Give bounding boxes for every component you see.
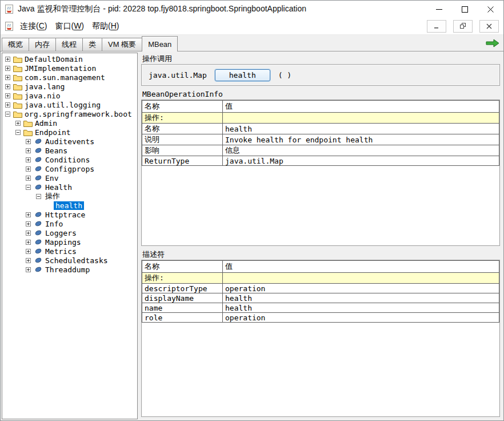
close-button[interactable]: [478, 1, 503, 18]
value-cell[interactable]: 信息: [223, 145, 499, 156]
mbean-tree-panel[interactable]: DefaultDomain JMImplementation com.sun.m…: [2, 53, 138, 419]
tree-expander-icon[interactable]: [23, 267, 33, 272]
tree-item-label[interactable]: Mappings: [43, 238, 83, 247]
tree-expander-icon[interactable]: [2, 112, 13, 117]
tree-item-label[interactable]: java.util.logging: [23, 101, 102, 109]
tree-expander-icon[interactable]: [23, 231, 33, 236]
tree-expander-icon[interactable]: [33, 194, 43, 199]
tree-item[interactable]: Info: [2, 219, 137, 228]
column-header-0[interactable]: 名称: [142, 101, 223, 113]
tree-expander-icon[interactable]: [23, 221, 33, 227]
value-cell[interactable]: health: [223, 293, 499, 303]
tree-expander-icon[interactable]: [23, 166, 33, 172]
tree-item-label[interactable]: Auditevents: [43, 137, 96, 146]
tab-mbeans[interactable]: MBean: [142, 36, 178, 51]
table-row[interactable]: 说明Invoke health for endpoint health: [142, 134, 499, 145]
column-header-1[interactable]: 值: [223, 101, 499, 113]
name-cell[interactable]: ReturnType: [142, 156, 223, 166]
tab-memory[interactable]: 内存: [29, 38, 56, 51]
table-row[interactable]: roleoperation: [142, 313, 499, 323]
name-cell[interactable]: 说明: [142, 134, 223, 145]
tree-expander-icon[interactable]: [23, 258, 33, 263]
tab-classes[interactable]: 类: [82, 38, 102, 51]
category-row[interactable]: 操作:: [142, 273, 499, 284]
name-cell[interactable]: 操作:: [142, 113, 223, 124]
tab-vm-summary[interactable]: VM 概要: [102, 38, 142, 51]
tree-item-label[interactable]: JMImplementation: [23, 64, 98, 73]
table-row[interactable]: namehealth: [142, 303, 499, 313]
tree-item-label[interactable]: Health: [43, 183, 74, 192]
tree-item[interactable]: Admin: [2, 118, 137, 128]
menu-connection[interactable]: 连接(C): [16, 19, 51, 33]
tree-item-label[interactable]: Env: [43, 174, 60, 182]
menu-window[interactable]: 窗口(W): [51, 19, 88, 33]
column-header-1[interactable]: 值: [223, 261, 499, 273]
tree-expander-icon[interactable]: [23, 148, 33, 153]
tree-expander-icon[interactable]: [2, 84, 13, 89]
table-row[interactable]: 影响信息: [142, 145, 499, 156]
tree-expander-icon[interactable]: [23, 185, 33, 190]
tree-item[interactable]: Conditions: [2, 155, 137, 164]
tree-item-label[interactable]: 操作: [43, 191, 62, 201]
tree-item-label[interactable]: DefaultDomain: [23, 55, 85, 63]
tree-item-label[interactable]: health: [54, 201, 84, 210]
tree-expander-icon[interactable]: [23, 212, 33, 217]
tree-item-label[interactable]: java.lang: [23, 82, 66, 91]
tree-item-label[interactable]: Configprops: [43, 165, 96, 173]
tree-item-label[interactable]: Threaddump: [43, 265, 91, 274]
tree-expander-icon[interactable]: [2, 93, 13, 98]
tree-item[interactable]: Metrics: [2, 247, 137, 256]
tree-item[interactable]: Health: [2, 182, 137, 192]
tree-item[interactable]: Configprops: [2, 164, 137, 173]
tree-item-label[interactable]: Metrics: [43, 247, 78, 256]
name-cell[interactable]: name: [142, 303, 223, 313]
tree-item-label[interactable]: java.nio: [23, 92, 62, 100]
tree-expander-icon[interactable]: [23, 139, 33, 144]
value-cell[interactable]: [223, 273, 499, 284]
invoke-health-button[interactable]: health: [215, 69, 270, 81]
tree-item[interactable]: Threaddump: [2, 265, 137, 274]
tree-item-label[interactable]: com.sun.management: [23, 73, 107, 82]
tab-overview[interactable]: 概览: [2, 38, 29, 51]
tree-item[interactable]: Env: [2, 173, 137, 182]
value-cell[interactable]: health: [223, 303, 499, 313]
tree-expander-icon[interactable]: [23, 249, 33, 254]
value-cell[interactable]: java.util.Map: [223, 156, 499, 166]
value-cell[interactable]: operation: [223, 284, 499, 293]
name-cell[interactable]: 操作:: [142, 273, 223, 284]
tree-expander-icon[interactable]: [2, 66, 13, 71]
tree-expander-icon[interactable]: [23, 240, 33, 245]
category-row[interactable]: 操作:: [142, 113, 499, 124]
tree-expander-icon[interactable]: [2, 57, 13, 62]
frame-restore-button[interactable]: [453, 20, 473, 33]
value-cell[interactable]: operation: [223, 313, 499, 323]
tree-item[interactable]: Auditevents: [2, 137, 137, 146]
minimize-button[interactable]: [426, 1, 452, 18]
tree-expander-icon[interactable]: [2, 102, 13, 108]
tree-item-label[interactable]: Loggers: [43, 229, 78, 237]
tree-expander-icon[interactable]: [23, 157, 33, 162]
tree-item[interactable]: 操作: [2, 192, 137, 201]
tree-item[interactable]: java.util.logging: [2, 100, 137, 109]
tree-item-label[interactable]: Scheduledtasks: [43, 256, 110, 265]
tree-item-label[interactable]: Beans: [43, 146, 69, 155]
tree-item[interactable]: JMImplementation: [2, 63, 137, 73]
tree-item[interactable]: Loggers: [2, 228, 137, 237]
tree-expander-icon[interactable]: [2, 75, 13, 80]
tree-item-label[interactable]: Endpoint: [33, 128, 73, 137]
name-cell[interactable]: 名称: [142, 124, 223, 134]
tree-item-label[interactable]: Info: [43, 220, 65, 228]
tree-item[interactable]: Httptrace: [2, 210, 137, 219]
tree-item-label[interactable]: org.springframework.boot: [23, 110, 134, 118]
tree-item[interactable]: org.springframework.boot: [2, 109, 137, 118]
tree-item[interactable]: com.sun.management: [2, 73, 137, 82]
name-cell[interactable]: role: [142, 313, 223, 323]
tab-threads[interactable]: 线程: [55, 38, 83, 51]
tree-item[interactable]: Mappings: [2, 237, 137, 247]
tree-expander-icon[interactable]: [23, 176, 33, 181]
name-cell[interactable]: descriptorType: [142, 284, 223, 293]
value-cell[interactable]: [223, 113, 499, 124]
tree-item[interactable]: java.nio: [2, 91, 137, 100]
tree-item[interactable]: Scheduledtasks: [2, 256, 137, 265]
table-row[interactable]: 名称health: [142, 124, 499, 134]
